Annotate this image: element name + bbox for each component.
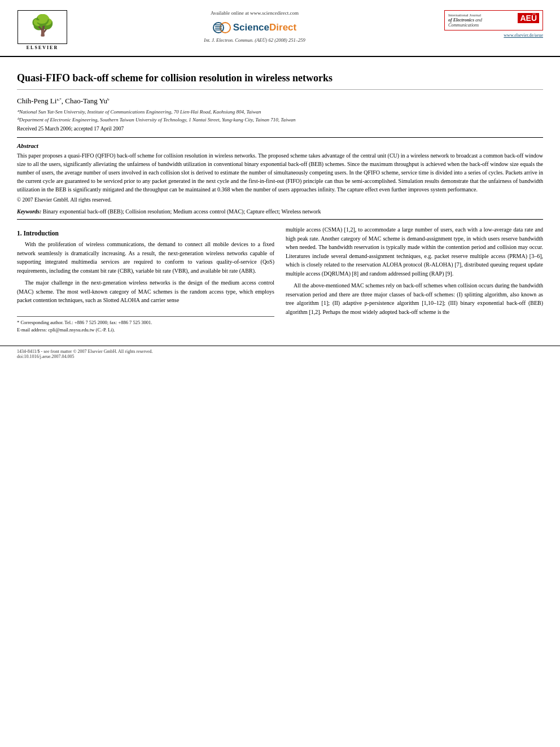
- received-date: Received 25 March 2006; accepted 17 Apri…: [17, 126, 543, 132]
- divider-1: [17, 137, 543, 138]
- two-column-body: 1. Introduction With the proliferation o…: [17, 225, 543, 333]
- aeu-intl-text: International Journal of Electronics and…: [448, 13, 515, 28]
- aeu-journal-name-bold: of Electronics andCommunications: [448, 18, 515, 28]
- svg-point-2: [220, 23, 230, 33]
- elsevier-logo-box: 🌳: [18, 10, 67, 44]
- copyright: © 2007 Elsevier GmbH. All rights reserve…: [17, 197, 543, 203]
- journal-citation: Int. J. Electron. Commun. (AEÜ) 62 (2008…: [204, 37, 305, 43]
- page-header: 🌳 ELSEVIER Available online at www.scien…: [0, 0, 560, 57]
- elsevier-website-link[interactable]: www.elsevier.de/aeue: [504, 33, 543, 38]
- paper-title: Quasi-FIFO back-off scheme for collision…: [17, 72, 543, 90]
- aeu-box: International Journal of Electronics and…: [444, 10, 543, 30]
- issn-text: 1434-8411/$ - see front matter © 2007 El…: [17, 349, 543, 354]
- left-column: 1. Introduction With the proliferation o…: [17, 225, 274, 333]
- footnote-corresponding: * Corresponding author. Tel.: +886 7 525…: [17, 319, 274, 326]
- footnote-area: * Corresponding author. Tel.: +886 7 525…: [17, 316, 274, 334]
- elsevier-logo: 🌳 ELSEVIER: [17, 10, 68, 50]
- available-online-text: Available online at www.sciencedirect.co…: [211, 10, 299, 16]
- section1-right-para2: All the above-mentioned MAC schemes rely…: [286, 281, 543, 316]
- keywords-label: Keywords:: [17, 208, 41, 215]
- section1-para2: The major challenge in the next-generati…: [17, 278, 274, 305]
- sciencedirect-icon: [213, 20, 231, 35]
- aeu-brand: AEÜ: [518, 13, 539, 23]
- main-content: Quasi-FIFO back-off scheme for collision…: [0, 57, 560, 342]
- aeu-logo-area: International Journal of Electronics and…: [441, 10, 543, 38]
- keywords-values: Binary exponential back-off (BEB); Colli…: [43, 208, 321, 215]
- abstract-text: This paper proposes a quasi-FIFO (QFIFO)…: [17, 151, 543, 194]
- bottom-bar: 1434-8411/$ - see front matter © 2007 El…: [0, 346, 560, 362]
- section1-right-para1: multiple access (CSMA) [1,2], to accommo…: [286, 225, 543, 278]
- doi-text: doi:10.1016/j.aeue.2007.04.005: [17, 354, 543, 359]
- sciencedirect-logo: ScienceDirect: [213, 20, 296, 35]
- page: 🌳 ELSEVIER Available online at www.scien…: [0, 0, 560, 747]
- elsevier-wordmark: ELSEVIER: [27, 45, 58, 50]
- sciencedirect-wordmark: ScienceDirect: [233, 22, 296, 33]
- right-column: multiple access (CSMA) [1,2], to accommo…: [286, 225, 543, 333]
- abstract-section: Abstract This paper proposes a quasi-FIF…: [17, 142, 543, 203]
- aeu-top-row: International Journal of Electronics and…: [448, 13, 539, 28]
- footnote-email: E-mail address: cpli@mail.nsysu.edu.tw (…: [17, 326, 274, 334]
- svg-text:🌳: 🌳: [30, 14, 55, 37]
- section1-para1: With the proliferation of wireless commu…: [17, 240, 274, 275]
- center-header: Available online at www.sciencedirect.co…: [68, 10, 441, 43]
- authors: Chih-Peng Lia,*, Chao-Tang Yub: [17, 97, 543, 106]
- abstract-heading: Abstract: [17, 142, 543, 149]
- section1-heading: 1. Introduction: [17, 230, 274, 237]
- keywords: Keywords: Binary exponential back-off (B…: [17, 208, 543, 215]
- affiliation-a: ᵃNational Sun Yat-Sen University, Instit…: [17, 109, 543, 115]
- divider-2: [17, 219, 543, 220]
- elsevier-tree-icon: 🌳: [27, 14, 58, 40]
- affiliation-b: ᵇDepartment of Electronic Engineering, S…: [17, 117, 543, 123]
